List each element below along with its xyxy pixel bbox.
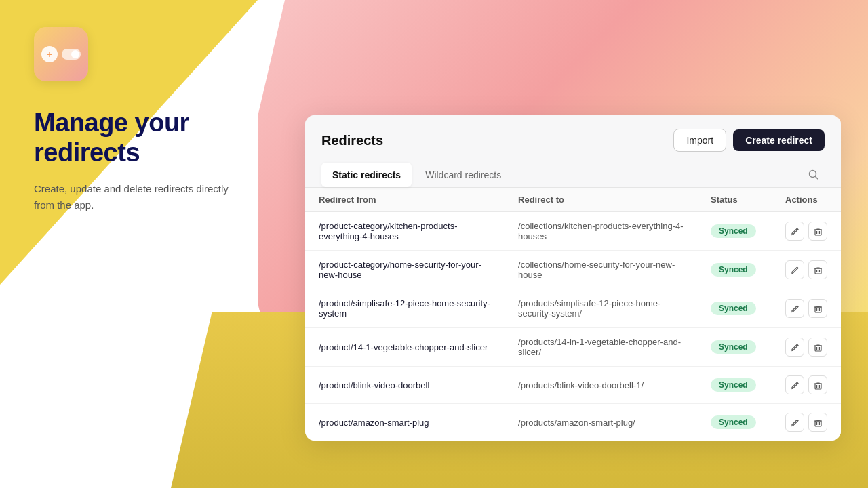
status-cell: Synced	[697, 367, 772, 404]
left-panel: + Manage your redirects Create, update a…	[0, 0, 285, 488]
actions-group	[785, 260, 827, 279]
tab-wildcard-redirects[interactable]: Wildcard redirects	[414, 163, 512, 187]
edit-button[interactable]	[785, 413, 804, 432]
status-badge: Synced	[711, 224, 756, 238]
icon-toggle	[62, 49, 81, 60]
card-title: Redirects	[321, 133, 383, 148]
create-redirect-button[interactable]: Create redirect	[733, 129, 825, 151]
table-row: /product/amazon-smart-plug/products/amaz…	[305, 404, 841, 441]
redirect-to-cell: /products/14-in-1-vegetable-chopper-and-…	[505, 328, 697, 367]
status-cell: Synced	[697, 212, 772, 251]
actions-group	[785, 375, 827, 394]
edit-button[interactable]	[785, 299, 804, 318]
redirects-table-wrap: Redirect from Redirect to Status Actions…	[305, 188, 841, 441]
redirect-from-cell: /product/simplisafe-12-piece-home-securi…	[305, 289, 505, 328]
col-actions: Actions	[772, 188, 841, 212]
table-row: /product/simplisafe-12-piece-home-securi…	[305, 289, 841, 328]
app-icon: +	[34, 27, 88, 81]
table-row: /product-category/kitchen-products-every…	[305, 212, 841, 251]
delete-button[interactable]	[808, 413, 827, 432]
delete-button[interactable]	[808, 299, 827, 318]
redirect-to-cell: /products/amazon-smart-plug/	[505, 404, 697, 441]
import-button[interactable]: Import	[673, 129, 726, 152]
redirects-table: Redirect from Redirect to Status Actions…	[305, 188, 841, 441]
actions-cell	[772, 367, 841, 404]
redirect-from-cell: /product/amazon-smart-plug	[305, 404, 505, 441]
table-row: /product/14-1-vegetable-chopper-and-slic…	[305, 328, 841, 367]
svg-line-1	[816, 177, 818, 180]
actions-cell	[772, 328, 841, 367]
redirect-from-cell: /product-category/kitchen-products-every…	[305, 212, 505, 251]
redirect-to-cell: /products/simplisafe-12-piece-home-secur…	[505, 289, 697, 328]
table-header-row: Redirect from Redirect to Status Actions	[305, 188, 841, 212]
actions-cell	[772, 251, 841, 289]
actions-group	[785, 338, 827, 357]
actions-cell	[772, 212, 841, 251]
redirects-card: Redirects Import Create redirect Static …	[305, 115, 841, 441]
actions-group	[785, 222, 827, 241]
headline: Manage your redirects	[34, 108, 251, 167]
redirect-from-cell: /product/blink-video-doorbell	[305, 367, 505, 404]
delete-button[interactable]	[808, 375, 827, 394]
redirect-from-cell: /product-category/home-security-for-your…	[305, 251, 505, 289]
tabs-bar: Static redirects Wildcard redirects	[305, 163, 841, 188]
search-icon	[808, 169, 819, 180]
status-badge: Synced	[711, 340, 756, 354]
redirect-from-cell: /product/14-1-vegetable-chopper-and-slic…	[305, 328, 505, 367]
status-badge: Synced	[711, 263, 756, 277]
header-actions: Import Create redirect	[673, 129, 825, 152]
edit-button[interactable]	[785, 338, 804, 357]
edit-button[interactable]	[785, 375, 804, 394]
tab-static-redirects[interactable]: Static redirects	[321, 163, 412, 187]
edit-button[interactable]	[785, 260, 804, 279]
col-redirect-to: Redirect to	[505, 188, 697, 212]
table-row: /product/blink-video-doorbell/products/b…	[305, 367, 841, 404]
delete-button[interactable]	[808, 260, 827, 279]
search-button[interactable]	[803, 164, 825, 186]
edit-button[interactable]	[785, 222, 804, 241]
actions-cell	[772, 289, 841, 328]
actions-cell	[772, 404, 841, 441]
status-cell: Synced	[697, 289, 772, 328]
card-header: Redirects Import Create redirect	[305, 115, 841, 163]
delete-button[interactable]	[808, 338, 827, 357]
status-badge: Synced	[711, 378, 756, 392]
icon-plus: +	[41, 46, 58, 62]
status-cell: Synced	[697, 251, 772, 289]
redirect-to-cell: /products/blink-video-doorbell-1/	[505, 367, 697, 404]
redirect-to-cell: /collections/kitchen-products-everything…	[505, 212, 697, 251]
table-row: /product-category/home-security-for-your…	[305, 251, 841, 289]
delete-button[interactable]	[808, 222, 827, 241]
status-badge: Synced	[711, 302, 756, 315]
subtext: Create, update and delete redirects dire…	[34, 181, 251, 214]
status-cell: Synced	[697, 328, 772, 367]
redirect-to-cell: /collections/home-security-for-your-new-…	[505, 251, 697, 289]
col-redirect-from: Redirect from	[305, 188, 505, 212]
status-cell: Synced	[697, 404, 772, 441]
col-status: Status	[697, 188, 772, 212]
actions-group	[785, 299, 827, 318]
status-badge: Synced	[711, 415, 756, 429]
actions-group	[785, 413, 827, 432]
